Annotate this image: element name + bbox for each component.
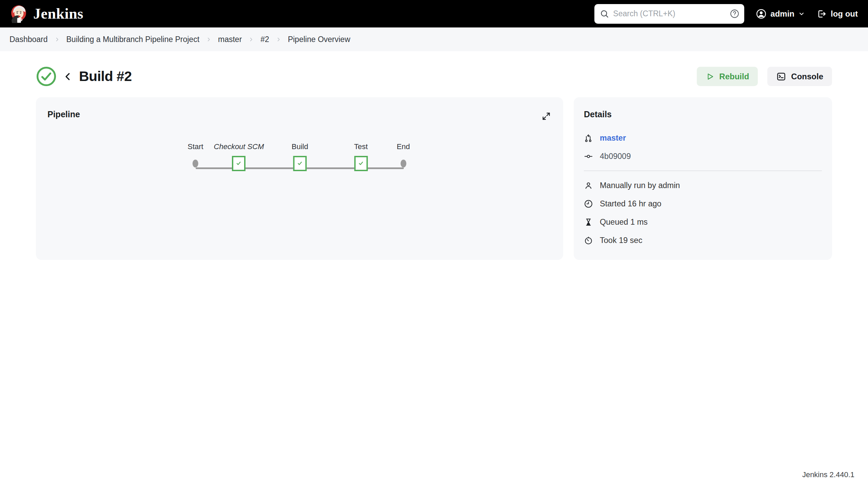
start-node-dot [193,160,198,167]
details-card: Details master [574,97,832,260]
cause-text: Manually run by admin [600,181,680,190]
breadcrumb-pipeline-overview[interactable]: Pipeline Overview [288,35,350,44]
stage-label: Checkout SCM [214,142,264,152]
clock-icon [584,199,593,208]
search-icon [600,9,609,18]
play-icon [706,72,714,81]
detail-took-row: Took 19 sec [584,231,822,249]
console-button[interactable]: Console [767,67,832,86]
chevron-right-icon [249,37,254,42]
user-name: admin [770,9,794,19]
stage-label: Build [292,142,308,152]
details-card-title: Details [584,109,822,119]
main-content: Build #2 Rebuild Con [0,66,868,260]
help-icon[interactable] [730,9,739,19]
details-divider [584,170,822,171]
took-text: Took 19 sec [600,236,642,245]
chevron-right-icon [206,37,211,42]
logout-button[interactable]: log out [816,9,858,19]
user-menu[interactable]: admin [756,8,805,19]
hourglass-icon [584,218,593,227]
person-icon [584,181,593,190]
stage-start: Start [188,142,203,174]
brand-title: Jenkins [33,5,83,22]
stage-success-icon[interactable] [293,156,307,171]
queued-text: Queued 1 ms [600,218,648,227]
detail-commit-row: 4b09009 [584,147,822,165]
chevron-right-icon [55,37,60,42]
breadcrumb: Dashboard Building a Multibranch Pipelin… [0,27,868,51]
detail-cause-row: Manually run by admin [584,176,822,195]
expand-icon[interactable] [540,110,552,122]
stage-build: Build [292,142,308,174]
stage-success-icon[interactable] [232,156,245,171]
commit-icon [584,152,593,161]
search-box [594,4,744,24]
stage-test: Test [354,142,368,174]
pipeline-graph: Start Checkout SCM Build [196,142,404,179]
console-label: Console [791,72,823,81]
logout-icon [816,9,827,19]
end-node-dot [400,160,406,167]
back-button[interactable] [63,72,73,82]
build-status-success-icon [36,66,57,87]
commit-hash: 4b09009 [600,152,631,161]
breadcrumb-branch[interactable]: master [218,35,242,44]
stage-label: Test [354,142,368,152]
branch-link[interactable]: master [600,134,626,143]
stage-label: Start [188,142,203,152]
stage-label: End [397,142,410,152]
search-input[interactable] [613,9,726,18]
rebuild-label: Rebuild [719,72,749,81]
masthead-controls: admin log out [594,4,858,24]
pipeline-card: Pipeline Start Checkout SCM [36,97,563,260]
git-branch-icon [584,134,593,143]
terminal-icon [776,72,786,82]
started-text: Started 16 hr ago [600,199,662,208]
detail-branch-row: master [584,129,822,147]
stage-end: End [397,142,410,174]
masthead: Jenkins [0,0,868,27]
breadcrumb-dashboard[interactable]: Dashboard [9,35,48,44]
detail-queued-row: Queued 1 ms [584,213,822,231]
user-avatar-icon [756,8,767,19]
jenkins-home-link[interactable]: Jenkins [9,4,83,23]
stage-checkout-scm: Checkout SCM [214,142,264,174]
chevron-down-icon [798,11,805,17]
logout-label: log out [831,9,858,19]
rebuild-button[interactable]: Rebuild [697,67,758,86]
jenkins-logo-icon [9,4,28,23]
chevron-right-icon [276,37,281,42]
jenkins-version-link[interactable]: Jenkins 2.440.1 [802,470,854,479]
breadcrumb-build-number[interactable]: #2 [260,35,269,44]
pipeline-card-title: Pipeline [47,109,552,119]
build-header: Build #2 Rebuild Con [36,66,832,87]
breadcrumb-project[interactable]: Building a Multibranch Pipeline Project [66,35,200,44]
stopwatch-icon [584,236,593,245]
page-title: Build #2 [79,68,132,84]
detail-started-row: Started 16 hr ago [584,195,822,213]
stage-success-icon[interactable] [354,156,368,171]
